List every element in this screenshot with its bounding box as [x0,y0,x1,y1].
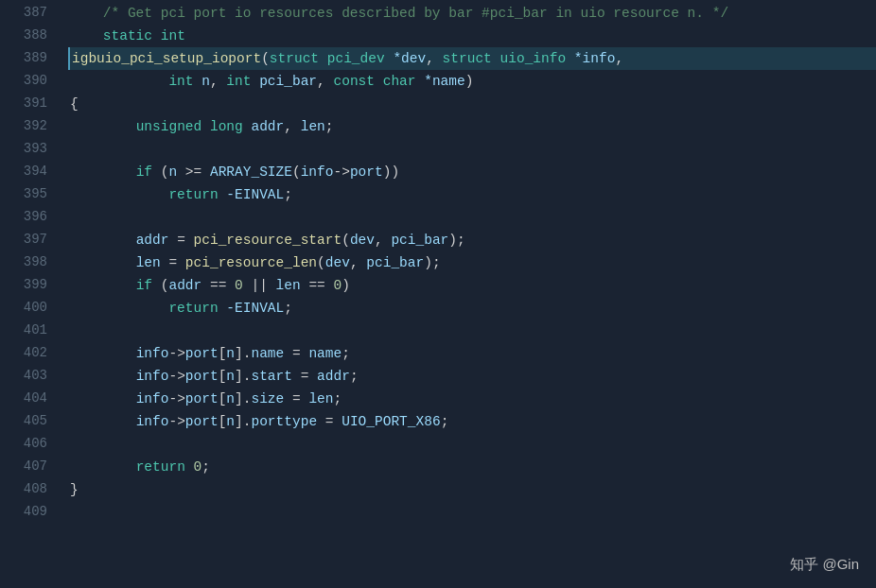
token [194,71,202,92]
line-number: 391 [0,93,47,115]
token: pci_dev [327,48,385,69]
token: int [168,71,193,92]
token: , [284,116,300,137]
token: len [301,116,325,137]
token: return [168,298,218,319]
token: name [308,343,342,364]
line-number: 389 [0,47,47,70]
token [70,411,136,432]
token: ; [334,389,342,409]
token: == [201,275,235,296]
token: , [210,71,226,92]
token: = [292,366,317,387]
token: int [226,71,251,92]
token [243,116,252,137]
token: *name [424,71,465,92]
token: == [301,275,334,296]
token: = [317,411,342,432]
token: } [70,479,79,500]
code-line [70,138,876,161]
token [70,230,136,251]
code-line [70,206,876,229]
token: static [103,26,152,46]
token: porttype [251,411,317,432]
token [70,389,136,409]
line-number: 409 [0,501,47,524]
token: ]. [235,411,251,432]
token: [ [219,389,227,409]
code-line: info->port[n].name = name; [70,342,876,365]
token [251,71,259,92]
token: char [383,71,416,92]
code-line: unsigned long addr, len; [70,115,876,138]
token: ; [350,366,359,387]
token: port [185,343,219,364]
token [70,184,168,205]
token: -> [168,343,184,364]
token: port [185,389,219,409]
token: addr [168,275,201,296]
token: 0 [334,275,342,296]
code-line: { [70,93,876,115]
token: -> [168,366,184,387]
token: n [226,411,235,432]
token: ( [261,48,270,69]
token: ; [325,116,334,137]
token: info [136,366,169,387]
token: /* Get pci port io resources described b… [103,3,728,24]
token: UIO_PORT_X86 [342,411,440,432]
line-number: 393 [0,138,47,161]
token [70,252,136,273]
token: info [136,411,169,432]
token: ( [342,230,350,251]
token [70,71,168,92]
token: 0 [235,275,243,296]
token: ( [317,252,325,273]
token: n [226,366,235,387]
token: len [136,252,161,273]
line-number: 398 [0,251,47,274]
token: ]. [235,343,251,364]
token: addr [136,230,169,251]
line-number: 403 [0,365,47,388]
token: len [276,275,301,296]
token: const [333,71,375,92]
line-number: 407 [0,456,47,478]
token: len [308,389,333,409]
token: dev [325,252,350,273]
token: -> [168,389,184,409]
code-line: return -EINVAL; [70,183,876,206]
line-number: 388 [0,25,47,47]
token [375,71,383,92]
token: { [70,94,79,114]
token: || [243,275,276,296]
token: , [317,71,333,92]
token: info [301,162,334,182]
token [219,298,227,319]
code-line [70,320,876,342]
code-line: info->port[n].porttype = UIO_PORT_X86; [70,410,876,433]
code-line: int n, int pci_bar, const char *name) [70,70,876,93]
line-number: 392 [0,115,47,138]
token: [ [219,366,227,387]
line-number: 397 [0,229,47,251]
line-number: 401 [0,320,47,342]
token: [ [219,343,227,364]
token: if [136,275,152,296]
token: 0 [194,457,202,477]
token: [ [219,411,227,432]
token: igbuio_pci_setup_ioport [72,48,261,69]
token: dev [350,230,375,251]
token: uio_info [500,48,567,69]
token: , [426,48,442,69]
code-line [70,433,876,456]
token: pci_resource_start [194,230,342,251]
token: ; [441,411,449,432]
code-line: if (n >= ARRAY_SIZE(info->port)) [70,161,876,183]
line-numbers: 3873883893903913923933943953963973983994… [0,0,64,588]
token: ]. [235,366,251,387]
token: ); [448,230,464,251]
token [70,366,136,387]
line-number: 400 [0,297,47,320]
token [70,343,136,364]
